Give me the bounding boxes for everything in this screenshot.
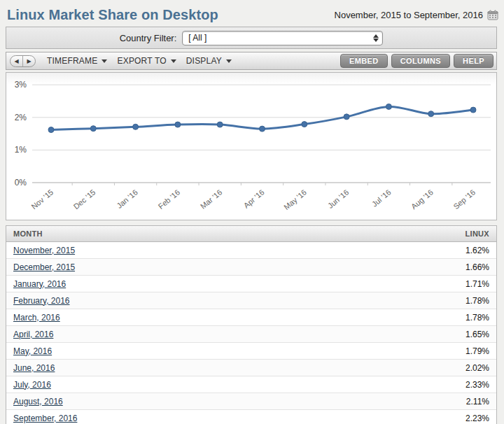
table-row: July, 20162.33% [6,376,496,393]
y-axis-label: 1% [15,145,27,155]
value-cell: 1.65% [335,326,496,343]
country-filter-label: Country Filter: [120,33,177,43]
month-link[interactable]: November, 2015 [13,246,75,255]
calendar-icon[interactable] [487,10,498,20]
month-cell: September, 2016 [6,410,335,424]
line-chart: 0%1%2%3%Nov '15Dec '15Jan '16Feb '16Mar … [6,72,497,220]
month-link[interactable]: September, 2016 [13,414,77,423]
data-point-marker [217,122,223,127]
data-point-marker [133,124,139,129]
select-arrows-icon [373,34,379,42]
data-point-marker [175,122,181,127]
data-table-box: MONTH LINUX November, 20151.62%December,… [6,225,497,424]
column-header-linux: LINUX [335,226,496,242]
country-filter-value: [ All ] [188,33,206,43]
table-row: May, 20161.79% [6,343,496,360]
nav-pill: ◀ ▶ [10,55,36,67]
toolbar: ◀ ▶ TIMEFRAMEEXPORT TODISPLAY EMBEDCOLUM… [6,52,497,70]
value-cell: 1.66% [335,259,496,276]
x-axis-label: Sep '16 [451,188,477,211]
help-button[interactable]: HELP [454,54,493,68]
month-link[interactable]: February, 2016 [13,296,70,306]
month-cell: June, 2016 [6,360,335,376]
menu-export-to[interactable]: EXPORT TO [114,56,183,66]
x-axis-label: Jul '16 [370,188,393,208]
statcounter-widget: Linux Market Share on Desktop November, … [0,0,504,424]
x-axis-label: Nov '15 [29,188,55,211]
table-row: April, 20161.65% [6,326,496,343]
value-cell: 1.78% [335,292,496,309]
chart-svg: 0%1%2%3%Nov '15Dec '15Jan '16Feb '16Mar … [6,73,496,218]
y-axis-label: 0% [15,178,27,188]
month-cell: May, 2016 [6,343,335,360]
value-cell: 1.71% [335,276,496,292]
data-point-marker [90,126,96,132]
menu-label: DISPLAY [186,56,222,66]
month-link[interactable]: January, 2016 [13,279,66,289]
month-cell: March, 2016 [6,309,335,326]
column-header-month: MONTH [6,226,335,242]
table-row: August, 20162.11% [6,393,496,410]
value-cell: 1.79% [335,343,496,360]
table-row: March, 20161.78% [6,309,496,326]
embed-button[interactable]: EMBED [340,54,388,68]
x-axis-label: Apr '16 [242,188,266,209]
month-cell: January, 2016 [6,276,335,292]
table-body: November, 20151.62%December, 20151.66%Ja… [6,242,496,424]
toolbar-menus: TIMEFRAMEEXPORT TODISPLAY [44,56,239,66]
table-row: November, 20151.62% [6,242,496,259]
country-filter-select[interactable]: [ All ] [182,31,383,45]
value-cell: 2.02% [335,360,496,376]
x-axis-label: Feb '16 [157,188,182,211]
x-axis-label: Dec '15 [72,188,97,211]
nav-back-button[interactable]: ◀ [10,56,22,66]
month-link[interactable]: July, 2016 [13,380,51,390]
data-point-marker [470,107,476,113]
month-link[interactable]: April, 2016 [13,330,53,339]
month-link[interactable]: June, 2016 [13,363,55,373]
x-axis-label: Aug '16 [410,188,435,211]
value-cell: 1.62% [335,242,496,259]
date-range: November, 2015 to September, 2016 [335,10,483,20]
table-row: February, 20161.78% [6,292,496,309]
country-filter-bar: Country Filter: [ All ] [6,27,497,49]
data-table: MONTH LINUX November, 20151.62%December,… [6,226,496,424]
table-row: June, 20162.02% [6,360,496,376]
data-point-marker [302,122,307,127]
y-axis-label: 2% [15,113,27,122]
date-range-wrap: November, 2015 to September, 2016 [335,10,498,20]
month-link[interactable]: May, 2016 [13,346,52,356]
menu-timeframe[interactable]: TIMEFRAME [44,56,114,66]
month-link[interactable]: December, 2015 [13,262,75,272]
x-axis-label: Jun '16 [326,188,351,210]
columns-button[interactable]: COLUMNS [391,54,450,68]
month-link[interactable]: August, 2016 [13,397,63,407]
chevron-down-icon [226,59,232,63]
menu-label: EXPORT TO [117,56,166,66]
month-cell: February, 2016 [6,292,335,309]
month-cell: December, 2015 [6,259,335,276]
menu-display[interactable]: DISPLAY [183,56,239,66]
value-cell: 2.33% [335,376,496,393]
value-cell: 2.11% [335,393,496,410]
month-link[interactable]: March, 2016 [13,313,60,323]
table-row: September, 20162.23% [6,410,496,424]
data-point-marker [48,127,54,133]
y-axis-label: 3% [15,80,27,90]
month-cell: July, 2016 [6,376,335,393]
x-axis-label: Mar '16 [199,188,224,211]
month-cell: April, 2016 [6,326,335,343]
data-point-marker [260,126,265,132]
page-title: Linux Market Share on Desktop [7,7,218,23]
nav-forward-button[interactable]: ▶ [23,56,35,66]
data-point-marker [344,114,349,120]
table-row: January, 20161.71% [6,276,496,292]
data-point-marker [386,104,391,109]
month-cell: August, 2016 [6,393,335,410]
toolbar-buttons: EMBEDCOLUMNSHELP [340,54,493,68]
value-cell: 1.78% [335,309,496,326]
value-cell: 2.23% [335,410,496,424]
chevron-down-icon [102,59,107,63]
chevron-down-icon [171,59,176,63]
header: Linux Market Share on Desktop November, … [7,4,498,25]
